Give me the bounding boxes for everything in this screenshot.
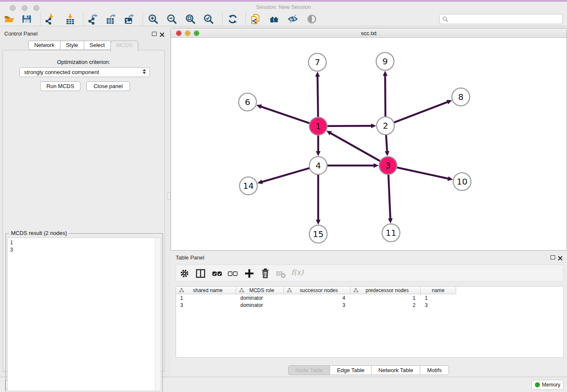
search-box[interactable] [439, 14, 563, 24]
tab-node-table[interactable]: Node Table [288, 365, 330, 375]
column-header-name[interactable]: name [421, 287, 456, 294]
mcds-result-title: MCDS result (2 nodes) [9, 230, 69, 236]
run-mcds-button[interactable]: Run MCDS [40, 81, 80, 91]
edge-2-8[interactable] [394, 102, 448, 122]
toolbar-separator [245, 13, 246, 25]
column-header-MCDS-role[interactable]: MCDS role [236, 287, 284, 294]
graph-node-10[interactable]: 10 [453, 173, 471, 190]
optimization-criterion-label: Optimization criterion: [3, 59, 164, 65]
window-title: Session: New Session [0, 4, 567, 10]
graph-node-15[interactable]: 15 [309, 225, 327, 243]
memory-button[interactable]: Memory [531, 380, 564, 390]
graph-node-2[interactable]: 2 [377, 117, 394, 135]
graph-node-1[interactable]: 1 [309, 117, 327, 135]
table-cell[interactable]: 3 [421, 302, 456, 309]
mcds-result-group: MCDS result (2 nodes) 1 3 [6, 233, 163, 392]
edge-4-14[interactable] [261, 168, 310, 182]
zoom-fit-icon[interactable] [185, 14, 196, 25]
export-network-icon[interactable] [87, 14, 98, 25]
toggle-panels-icon[interactable] [195, 268, 206, 279]
graph-node-7[interactable]: 7 [308, 53, 326, 71]
search-input[interactable] [449, 16, 556, 22]
edge-1-2[interactable] [327, 126, 372, 126]
show-graphics-details-icon[interactable] [306, 14, 317, 25]
add-column-icon[interactable] [244, 268, 255, 279]
column-header-shared-name[interactable]: shared name [176, 287, 236, 294]
tab-mcds[interactable]: MCDS [110, 41, 138, 51]
graph-node-3[interactable]: 3 [379, 157, 397, 174]
float-panel-icon[interactable] [152, 32, 157, 36]
close-table-panel-icon[interactable] [558, 255, 563, 260]
tab-motifs[interactable]: Motifs [420, 365, 449, 375]
table-settings-icon[interactable] [179, 268, 190, 279]
table-cell[interactable]: 3 [176, 302, 236, 309]
float-table-panel-icon[interactable] [550, 255, 555, 259]
delete-column-icon[interactable] [260, 268, 271, 279]
column-header-predecessor-nodes[interactable]: predecessor nodes [350, 287, 421, 294]
table-cell[interactable]: 1 [176, 295, 236, 302]
tree-column-icon [287, 288, 292, 293]
table-header-row: shared nameMCDS rolesuccessor nodesprede… [176, 287, 456, 294]
zoom-out-icon[interactable] [166, 14, 177, 25]
table-cell[interactable]: dominator [236, 302, 284, 309]
refresh-icon[interactable] [227, 14, 238, 25]
tab-network[interactable]: Network [28, 41, 61, 50]
tab-edge-table[interactable]: Edge Table [330, 365, 372, 375]
network-window-titlebar[interactable]: × − + scc.txt [171, 28, 567, 38]
export-table-icon[interactable] [105, 14, 116, 25]
edge-2-3[interactable] [386, 134, 387, 152]
export-image-icon[interactable] [124, 14, 135, 25]
tab-network-table[interactable]: Network Table [371, 365, 420, 375]
column-label: predecessor nodes [358, 287, 420, 293]
table-cell[interactable]: dominator [236, 295, 284, 302]
toolbar-separator [40, 13, 41, 25]
table-cell[interactable]: 1 [421, 295, 456, 302]
edge-2-9[interactable] [385, 75, 385, 117]
graph-node-14[interactable]: 14 [239, 177, 257, 195]
graph-node-4[interactable]: 4 [309, 157, 327, 174]
select-all-columns-icon[interactable] [212, 268, 223, 279]
node-label: 1 [316, 121, 321, 131]
zoom-in-icon[interactable] [148, 14, 159, 25]
table-row[interactable]: 1dominator411 [176, 295, 456, 302]
edge-3-10[interactable] [396, 167, 449, 179]
column-header-successor-nodes[interactable]: successor nodes [284, 287, 350, 294]
graph-node-9[interactable]: 9 [376, 52, 394, 70]
edge-arrowhead [315, 72, 320, 77]
table-row[interactable]: 3dominator323 [176, 302, 456, 309]
table-cell[interactable]: 3 [284, 302, 350, 309]
graph-node-11[interactable]: 11 [382, 224, 400, 242]
table-cell[interactable]: 1 [350, 295, 421, 302]
tab-select[interactable]: Select [84, 41, 111, 50]
save-session-icon[interactable] [21, 14, 32, 25]
tree-column-icon [179, 288, 184, 293]
main-toolbar [0, 12, 567, 26]
network-overview-icon[interactable] [269, 14, 280, 25]
result-scrollbar[interactable] [155, 238, 161, 391]
tab-style[interactable]: Style [60, 41, 84, 50]
table-cell[interactable]: 4 [284, 295, 350, 302]
open-file-icon[interactable] [4, 14, 15, 25]
network-canvas[interactable]: 7968124314101511 [171, 38, 566, 250]
mcds-result-textarea[interactable]: 1 3 [7, 237, 161, 391]
clone-network-icon[interactable] [250, 14, 261, 25]
vertical-splitter-grip[interactable] [168, 193, 171, 199]
edge-3-11[interactable] [388, 174, 391, 219]
graph-node-6[interactable]: 6 [239, 93, 256, 111]
edge-1-7[interactable] [317, 76, 318, 118]
delete-table-icon[interactable] [275, 268, 286, 279]
hide-graphics-details-icon[interactable] [287, 14, 298, 25]
edge-3-1[interactable] [330, 133, 381, 161]
close-panel-icon[interactable] [160, 31, 165, 36]
import-network-icon[interactable] [44, 14, 55, 25]
close-panel-button[interactable]: Close panel [86, 81, 130, 91]
zoom-selected-icon[interactable] [203, 14, 214, 25]
edge-1-6[interactable] [260, 106, 310, 123]
function-builder-icon[interactable]: f(x) [291, 268, 303, 276]
criterion-select[interactable]: strongly connected component [19, 67, 150, 77]
import-table-icon[interactable] [65, 14, 76, 25]
graph-node-8[interactable]: 8 [452, 88, 470, 106]
deselect-all-columns-icon[interactable] [227, 268, 238, 279]
table-cell[interactable]: 2 [350, 302, 421, 309]
column-label: successor nodes [292, 287, 350, 293]
